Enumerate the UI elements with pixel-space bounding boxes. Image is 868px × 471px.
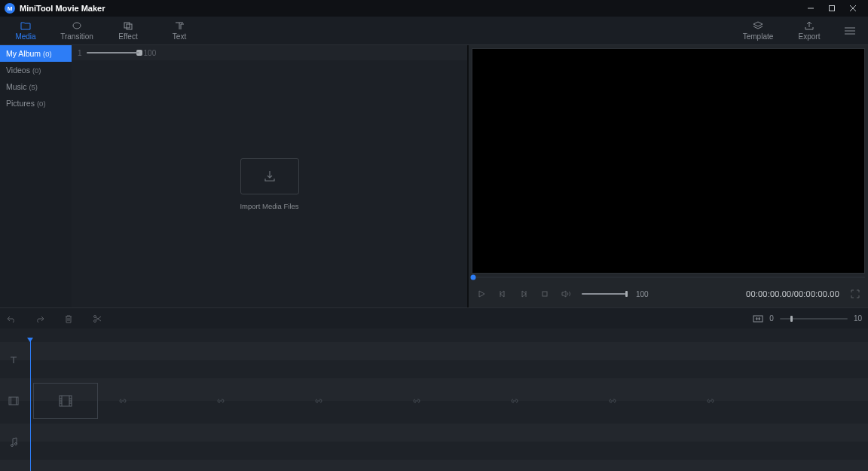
preview-video[interactable] — [472, 48, 865, 274]
tab-effect-label: Effect — [118, 32, 137, 41]
main-area: My Album (0) Videos (0) Music (5) Pictur… — [0, 45, 868, 307]
svg-rect-9 — [542, 292, 547, 296]
text-track-lower[interactable] — [0, 360, 868, 378]
undo-icon — [6, 314, 17, 323]
trash-icon — [64, 314, 73, 323]
preview-controls: 100 00:00:00.00/00:00:00.00 — [472, 280, 865, 307]
template-label: Template — [743, 32, 774, 41]
timeline-zoom: 0 10 — [753, 313, 862, 324]
template-icon — [753, 20, 763, 31]
volume-thumb[interactable] — [625, 291, 628, 297]
menu-button[interactable] — [835, 26, 865, 35]
timeline-toolbar: 0 10 — [0, 307, 868, 329]
toolbar: Media Transition Effect Text Templa — [0, 17, 868, 45]
svg-rect-1 — [830, 6, 835, 11]
sidebar-item-count: (0) — [32, 66, 41, 75]
redo-button[interactable] — [35, 313, 45, 324]
sidebar: My Album (0) Videos (0) Music (5) Pictur… — [0, 45, 72, 307]
timeline-footer — [0, 460, 868, 471]
sidebar-item-videos[interactable]: Videos (0) — [0, 62, 72, 78]
sidebar-item-pictures[interactable]: Pictures (0) — [0, 95, 72, 112]
video-track-upper[interactable] — [0, 378, 868, 401]
folder-icon — [20, 20, 31, 31]
preview-time: 00:00:00.00/00:00:00.00 — [746, 289, 839, 298]
sidebar-item-myalbum[interactable]: My Album (0) — [0, 45, 72, 62]
fit-button[interactable] — [753, 313, 763, 324]
media-panel: 1 100 Import Media Files — [72, 45, 469, 307]
progress-thumb[interactable] — [471, 275, 476, 280]
text-icon — [174, 20, 185, 31]
export-icon — [804, 20, 815, 31]
scissors-icon — [93, 314, 102, 323]
svg-rect-22 — [9, 397, 18, 405]
sidebar-item-label: Pictures — [6, 99, 35, 108]
titlebar: M MiniTool Movie Maker — [0, 0, 868, 17]
sidebar-item-label: Videos — [6, 66, 30, 75]
fullscreen-icon — [851, 289, 860, 298]
audio-track-icon — [9, 436, 18, 447]
mute-button[interactable] — [561, 289, 571, 299]
stop-icon — [540, 289, 549, 298]
timeline-zoom-min: 0 — [769, 314, 774, 323]
minimize-button[interactable] — [800, 0, 821, 17]
tab-media[interactable]: Media — [0, 17, 51, 44]
split-button[interactable] — [92, 313, 102, 324]
window-controls — [800, 0, 863, 17]
export-button[interactable]: Export — [784, 20, 835, 41]
sidebar-item-count: (5) — [29, 83, 38, 91]
media-zoom-thumb[interactable] — [136, 50, 142, 56]
sidebar-item-label: Music — [6, 82, 26, 91]
tab-transition[interactable]: Transition — [51, 17, 102, 44]
close-button[interactable] — [842, 0, 863, 17]
sidebar-item-label: My Album — [6, 49, 41, 58]
fullscreen-button[interactable] — [850, 289, 860, 299]
media-zoom-min: 1 — [78, 49, 82, 57]
prev-frame-button[interactable] — [497, 289, 508, 299]
speaker-icon — [561, 289, 571, 298]
timeline-zoom-slider[interactable] — [780, 318, 848, 320]
progress-line — [472, 277, 865, 278]
menu-icon — [844, 26, 856, 35]
import-media-label: Import Media Files — [240, 202, 298, 210]
next-icon — [519, 289, 528, 298]
stop-button[interactable] — [539, 289, 550, 299]
play-button[interactable] — [476, 289, 487, 299]
delete-button[interactable] — [63, 313, 74, 324]
volume-slider[interactable] — [582, 293, 625, 295]
tab-text[interactable]: Text — [154, 17, 205, 44]
redo-icon — [35, 314, 45, 323]
fit-icon — [753, 315, 763, 323]
media-zoom-slider[interactable] — [87, 52, 139, 54]
undo-button[interactable] — [6, 313, 17, 324]
tab-text-label: Text — [173, 32, 186, 41]
tab-effect[interactable]: Effect — [102, 17, 154, 44]
media-zoom-bar: 1 100 — [72, 45, 467, 60]
svg-point-25 — [11, 445, 14, 447]
video-track-lower[interactable] — [0, 401, 868, 424]
tab-media-label: Media — [15, 32, 35, 41]
template-button[interactable]: Template — [732, 20, 784, 41]
audio-track-upper[interactable] — [0, 424, 868, 442]
play-icon — [477, 289, 486, 298]
preview-progress[interactable] — [472, 274, 865, 280]
app-title: MiniTool Movie Maker — [20, 4, 800, 13]
import-icon — [262, 169, 277, 184]
maximize-button[interactable] — [821, 0, 842, 17]
audio-track-lower[interactable] — [0, 442, 868, 460]
import-media-button[interactable] — [240, 158, 299, 194]
media-body: Import Media Files — [72, 60, 467, 307]
timeline-zoom-thumb[interactable] — [790, 316, 793, 322]
volume-value: 100 — [636, 290, 649, 298]
prev-icon — [498, 289, 507, 298]
sidebar-item-music[interactable]: Music (5) — [0, 78, 72, 95]
timeline — [0, 329, 868, 471]
text-track-upper[interactable] — [0, 342, 868, 360]
sidebar-item-count: (0) — [43, 50, 52, 58]
media-zoom-max: 100 — [144, 49, 157, 57]
sidebar-item-count: (0) — [37, 99, 46, 108]
next-frame-button[interactable] — [518, 289, 529, 299]
app-logo-icon: M — [5, 3, 15, 14]
effect-icon — [123, 20, 133, 31]
tab-transition-label: Transition — [60, 32, 93, 41]
timeline-ruler[interactable] — [0, 329, 868, 342]
